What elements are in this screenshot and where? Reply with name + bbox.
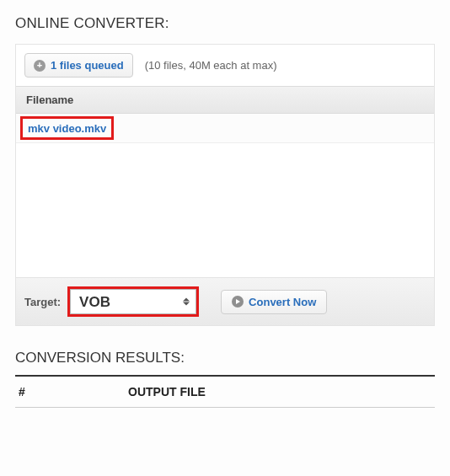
filename-header: Filename bbox=[16, 86, 434, 114]
target-select-highlight: VOB bbox=[67, 286, 199, 317]
target-bar: Target: VOB Convert Now bbox=[16, 278, 434, 325]
results-title: CONVERSION RESULTS: bbox=[15, 350, 435, 366]
converter-title: ONLINE CONVERTER: bbox=[15, 15, 435, 32]
results-col-number: # bbox=[19, 385, 128, 398]
panel-top: + 1 files queued (10 files, 40M each at … bbox=[16, 45, 434, 86]
plus-icon: + bbox=[34, 60, 46, 72]
file-list-empty bbox=[16, 143, 434, 278]
limit-note: (10 files, 40M each at max) bbox=[145, 59, 277, 72]
target-label: Target: bbox=[24, 296, 61, 308]
files-queued-button[interactable]: + 1 files queued bbox=[24, 53, 133, 78]
target-format-select[interactable]: VOB bbox=[70, 289, 196, 314]
files-queued-label: 1 files queued bbox=[51, 59, 124, 72]
convert-now-button[interactable]: Convert Now bbox=[221, 290, 327, 314]
file-highlight: mkv video.mkv bbox=[20, 116, 114, 140]
file-link[interactable]: mkv video.mkv bbox=[28, 122, 106, 135]
file-row: mkv video.mkv bbox=[16, 114, 434, 143]
convert-now-label: Convert Now bbox=[249, 296, 316, 308]
results-table-header: # OUTPUT FILE bbox=[15, 375, 435, 408]
results-col-output: OUTPUT FILE bbox=[128, 385, 431, 398]
converter-panel: + 1 files queued (10 files, 40M each at … bbox=[15, 44, 435, 326]
play-icon bbox=[232, 296, 244, 308]
